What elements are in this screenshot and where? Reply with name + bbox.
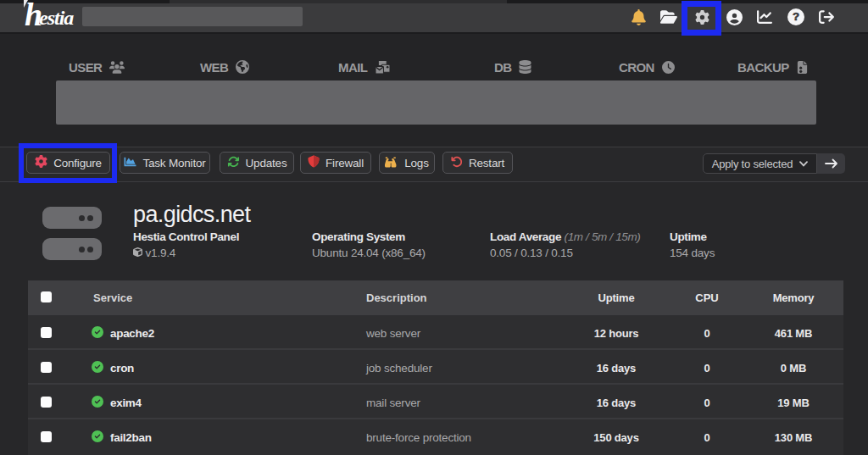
svg-text:?: ?: [793, 10, 799, 23]
